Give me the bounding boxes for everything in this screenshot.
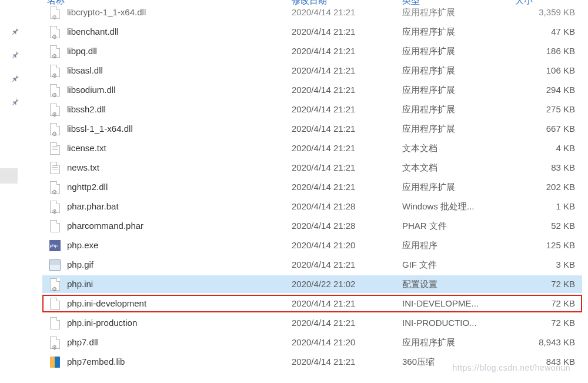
- file-row[interactable]: php.ini-production2020/4/14 21:21INI-PRO…: [42, 314, 582, 332]
- file-type: 应用程序扩展: [402, 81, 455, 99]
- file-type: 文本文档: [402, 159, 437, 176]
- file-type: PHAR 文件: [402, 217, 447, 235]
- file-type: 360压缩: [402, 353, 435, 371]
- file-type: 应用程序扩展: [402, 101, 455, 118]
- explorer-window: 名称 修改日期 类型 大小 libcrypto-1_1-x64.dll2020/…: [0, 0, 588, 383]
- file-date: 2020/4/14 21:21: [292, 159, 355, 176]
- file-row[interactable]: php.ini2020/4/22 21:02配置设置72 KB: [42, 275, 582, 293]
- file-name: license.txt: [67, 139, 106, 157]
- archive-file-icon: [49, 356, 61, 368]
- file-type: 应用程序扩展: [402, 62, 455, 79]
- file-type: 配置设置: [402, 275, 437, 293]
- generic-file-icon: [49, 298, 61, 309]
- file-row[interactable]: libenchant.dll2020/4/14 21:21应用程序扩展47 KB: [42, 23, 582, 41]
- dll-file-icon: [49, 45, 61, 57]
- pin-icon[interactable]: [11, 26, 21, 36]
- file-type: 应用程序扩展: [402, 4, 455, 21]
- file-row[interactable]: phpphp.exe2020/4/14 21:20应用程序125 KB: [42, 237, 582, 254]
- file-size: 106 KB: [546, 62, 575, 79]
- file-size: 186 KB: [546, 42, 575, 60]
- file-date: 2020/4/14 21:21: [292, 314, 355, 332]
- file-size: 294 KB: [546, 81, 575, 99]
- file-row[interactable]: license.txt2020/4/14 21:21文本文档4 KB: [42, 139, 582, 157]
- file-type: 应用程序扩展: [402, 42, 455, 60]
- file-name: php.ini: [67, 275, 93, 293]
- dll-file-icon: [49, 84, 61, 96]
- file-name: php7embed.lib: [67, 353, 125, 371]
- generic-file-icon: [49, 317, 61, 329]
- file-type: GIF 文件: [402, 256, 437, 274]
- file-row[interactable]: libssl-1_1-x64.dll2020/4/14 21:21应用程序扩展6…: [42, 120, 582, 138]
- file-size: 843 KB: [546, 353, 575, 371]
- dll-file-icon: [49, 201, 61, 212]
- file-type: 文本文档: [402, 139, 437, 157]
- file-size: 275 KB: [546, 101, 575, 118]
- file-row[interactable]: php.gif2020/4/14 21:21GIF 文件3 KB: [42, 256, 582, 274]
- file-type: 应用程序扩展: [402, 23, 455, 41]
- file-name: php.ini-development: [67, 295, 146, 312]
- file-row[interactable]: libcrypto-1_1-x64.dll2020/4/14 21:21应用程序…: [42, 4, 582, 21]
- pin-icon[interactable]: [11, 96, 21, 107]
- file-row[interactable]: libpq.dll2020/4/14 21:21应用程序扩展186 KB: [42, 42, 582, 60]
- file-list: 名称 修改日期 类型 大小 libcrypto-1_1-x64.dll2020/…: [39, 0, 582, 383]
- file-size: 3,359 KB: [539, 4, 575, 21]
- file-name: php7.dll: [67, 334, 98, 351]
- file-name: libpq.dll: [67, 42, 97, 60]
- file-name: php.ini-production: [67, 314, 137, 332]
- file-row[interactable]: phar.phar.bat2020/4/14 21:28Windows 批处理.…: [42, 198, 582, 215]
- file-name: libenchant.dll: [67, 23, 119, 41]
- file-row[interactable]: pharcommand.phar2020/4/14 21:28PHAR 文件52…: [42, 217, 582, 235]
- file-size: 72 KB: [551, 295, 575, 312]
- dll-file-icon: [49, 337, 61, 348]
- file-size: 667 KB: [546, 120, 575, 138]
- image-file-icon: [49, 259, 61, 271]
- file-row[interactable]: nghttp2.dll2020/4/14 21:21应用程序扩展202 KB: [42, 178, 582, 196]
- file-row[interactable]: libsasl.dll2020/4/14 21:21应用程序扩展106 KB: [42, 62, 582, 79]
- pin-icon[interactable]: [11, 73, 21, 84]
- file-size: 4 KB: [556, 139, 575, 157]
- quick-access-selection[interactable]: [0, 168, 18, 184]
- file-row[interactable]: php.ini-development2020/4/14 21:21INI-DE…: [42, 295, 582, 312]
- file-type: INI-PRODUCTIO...: [402, 314, 477, 332]
- file-name: phar.phar.bat: [67, 198, 119, 215]
- file-date: 2020/4/14 21:28: [292, 217, 355, 235]
- file-name: pharcommand.phar: [67, 217, 143, 235]
- file-size: 202 KB: [546, 178, 575, 196]
- dll-file-icon: [49, 26, 61, 38]
- file-row[interactable]: libsodium.dll2020/4/14 21:21应用程序扩展294 KB: [42, 81, 582, 99]
- file-date: 2020/4/14 21:21: [292, 42, 355, 60]
- file-type: INI-DEVELOPME...: [402, 295, 479, 312]
- file-size: 125 KB: [546, 237, 575, 254]
- file-date: 2020/4/14 21:21: [292, 120, 355, 138]
- file-size: 72 KB: [551, 314, 575, 332]
- file-name: php.gif: [67, 256, 93, 274]
- file-date: 2020/4/14 21:21: [292, 23, 355, 41]
- file-size: 83 KB: [551, 159, 575, 176]
- file-size: 47 KB: [551, 23, 575, 41]
- file-date: 2020/4/14 21:21: [292, 62, 355, 79]
- file-row[interactable]: php7embed.lib2020/4/14 21:21360压缩843 KB: [42, 353, 582, 371]
- file-name: libssl-1_1-x64.dll: [67, 120, 133, 138]
- file-row[interactable]: news.txt2020/4/14 21:21文本文档83 KB: [42, 159, 582, 176]
- file-name: libssh2.dll: [67, 101, 106, 118]
- text-file-icon: [49, 142, 61, 154]
- php-exe-icon: php: [49, 239, 61, 251]
- file-name: libsasl.dll: [67, 62, 103, 79]
- file-date: 2020/4/14 21:21: [292, 295, 355, 312]
- file-name: php.exe: [67, 237, 98, 254]
- file-size: 1 KB: [556, 198, 575, 215]
- file-size: 3 KB: [556, 256, 575, 274]
- file-name: libsodium.dll: [67, 81, 116, 99]
- file-type: 应用程序扩展: [402, 120, 455, 138]
- file-row[interactable]: libssh2.dll2020/4/14 21:21应用程序扩展275 KB: [42, 101, 582, 118]
- dll-file-icon: [49, 181, 61, 193]
- file-date: 2020/4/14 21:21: [292, 178, 355, 196]
- pin-icon[interactable]: [11, 49, 21, 60]
- dll-file-icon: [49, 278, 61, 290]
- file-row[interactable]: php7.dll2020/4/14 21:20应用程序扩展8,943 KB: [42, 334, 582, 351]
- file-date: 2020/4/14 21:21: [292, 256, 355, 274]
- file-name: news.txt: [67, 159, 99, 176]
- file-date: 2020/4/14 21:21: [292, 81, 355, 99]
- file-type: 应用程序扩展: [402, 334, 455, 351]
- file-size: 8,943 KB: [539, 334, 575, 351]
